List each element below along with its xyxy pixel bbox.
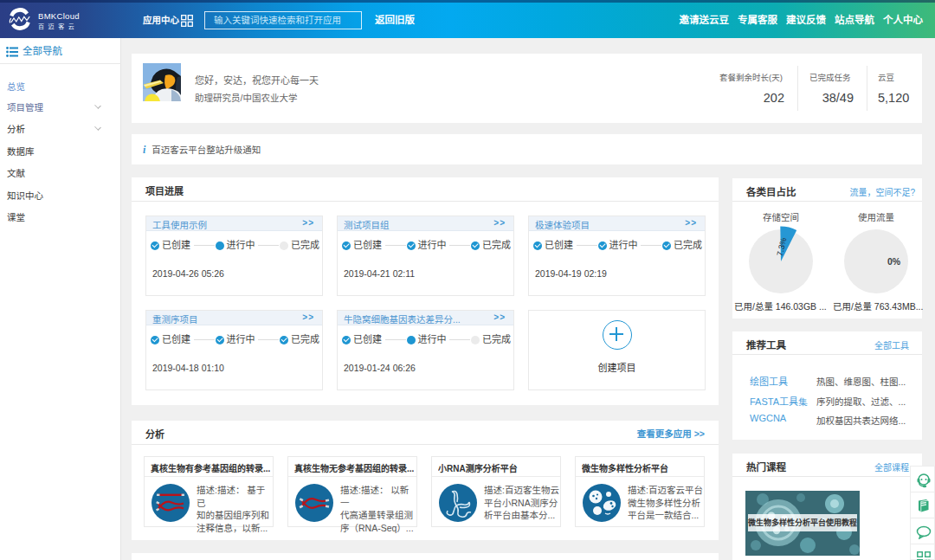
svg-text:0%: 0% bbox=[887, 256, 901, 267]
